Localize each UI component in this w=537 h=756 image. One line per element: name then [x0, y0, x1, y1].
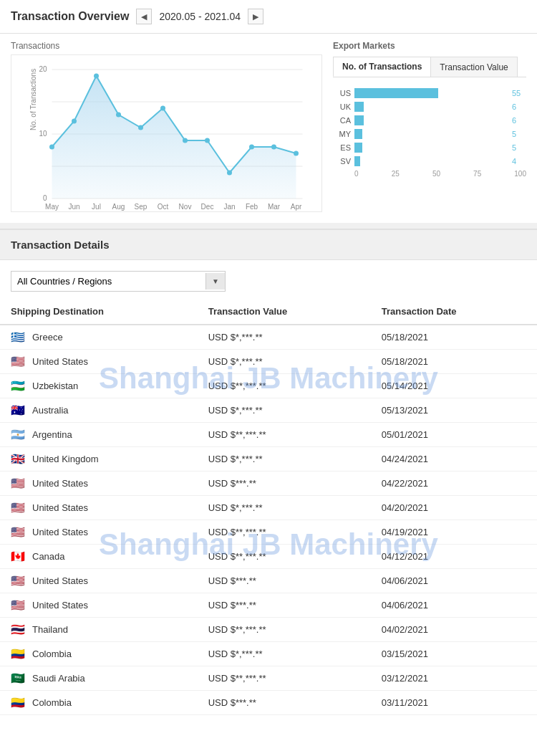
- bar-axis: 0255075100: [333, 170, 526, 178]
- country-flag: 🇬🇧: [11, 454, 26, 464]
- destination-cell: 🇸🇦Saudi Arabia: [0, 666, 198, 691]
- value-cell: USD $*,***.**: [198, 447, 371, 472]
- date-cell: 03/15/2021: [371, 642, 537, 666]
- date-cell: 04/12/2021: [371, 545, 537, 569]
- filter-row: All Countries / Regions ▼: [0, 260, 537, 299]
- next-period-button[interactable]: ▶: [248, 9, 263, 24]
- value-cell: USD $**,***.**: [198, 618, 371, 642]
- country-select[interactable]: All Countries / Regions: [11, 272, 205, 291]
- svg-text:Feb: Feb: [246, 203, 258, 211]
- svg-marker-9: [52, 76, 296, 198]
- table-row: 🇺🇸United StatesUSD $***.**04/06/2021: [0, 593, 537, 618]
- svg-text:Sep: Sep: [135, 203, 147, 211]
- bar-row: US55: [333, 88, 526, 98]
- date-cell: 05/01/2021: [371, 423, 537, 447]
- bar-value-label: 5: [512, 130, 526, 138]
- country-flag: 🇺🇸: [11, 356, 26, 367]
- value-cell: USD $**,***.**: [198, 545, 371, 569]
- svg-point-15: [160, 106, 165, 111]
- table-row: 🇬🇷GreeceUSD $*,***.**05/18/2021: [0, 325, 537, 350]
- value-cell: USD $*,***.**: [198, 496, 371, 520]
- country-flag: 🇸🇦: [11, 673, 26, 684]
- svg-text:No. of Transactions: No. of Transactions: [29, 69, 37, 130]
- table-header: Shipping Destination Transaction Value T…: [0, 299, 537, 325]
- date-cell: 04/06/2021: [371, 569, 537, 593]
- col-date: Transaction Date: [371, 299, 537, 325]
- svg-text:Nov: Nov: [179, 203, 192, 211]
- destination-cell: 🇺🇸United States: [0, 593, 198, 618]
- country-name: United States: [32, 527, 88, 537]
- svg-text:20: 20: [39, 65, 47, 73]
- destination-cell: 🇦🇷Argentina: [0, 423, 198, 447]
- svg-point-11: [72, 119, 77, 124]
- date-cell: 04/24/2021: [371, 447, 537, 472]
- date-cell: 05/18/2021: [371, 350, 537, 374]
- value-cell: USD $*,***.**: [198, 325, 371, 350]
- destination-cell: 🇺🇸United States: [0, 350, 198, 374]
- country-filter-dropdown[interactable]: All Countries / Regions ▼: [11, 271, 226, 292]
- country-flag: 🇺🇸: [11, 600, 26, 611]
- country-flag: 🇺🇸: [11, 527, 26, 537]
- table-row: 🇸🇦Saudi ArabiaUSD $**,***.**03/12/2021: [0, 666, 537, 691]
- country-name: United States: [32, 575, 88, 586]
- country-flag: 🇺🇸: [11, 575, 26, 586]
- svg-point-10: [49, 145, 54, 150]
- value-cell: USD $***.**: [198, 691, 371, 715]
- value-cell: USD $**,***.**: [198, 520, 371, 545]
- date-cell: 05/14/2021: [371, 374, 537, 398]
- table-row: 🇹🇭ThailandUSD $**,***.**04/02/2021: [0, 618, 537, 642]
- country-flag: 🇺🇿: [11, 381, 26, 391]
- bar-background: [354, 102, 506, 112]
- country-name: Colombia: [32, 697, 72, 708]
- bar-background: [354, 156, 506, 166]
- svg-text:Jun: Jun: [68, 203, 79, 211]
- date-cell: 03/11/2021: [371, 691, 537, 715]
- bar-country-label: US: [333, 89, 351, 97]
- bar-country-label: ES: [333, 143, 351, 152]
- bar-fill: [354, 156, 360, 166]
- svg-text:Aug: Aug: [112, 203, 125, 211]
- country-name: Canada: [32, 551, 65, 562]
- value-cell: USD $***.**: [198, 472, 371, 496]
- value-cell: USD $***.**: [198, 569, 371, 593]
- bar-fill: [354, 129, 362, 139]
- bar-fill: [354, 115, 364, 125]
- date-range: 2020.05 - 2021.04: [159, 11, 241, 22]
- bar-value-label: 6: [512, 116, 526, 125]
- country-name: United States: [32, 600, 88, 611]
- bar-axis-label: 100: [514, 170, 526, 178]
- svg-text:May: May: [45, 203, 59, 211]
- country-flag: 🇨🇦: [11, 551, 26, 562]
- prev-period-button[interactable]: ◀: [136, 9, 152, 24]
- country-flag: 🇦🇺: [11, 405, 26, 416]
- value-cell: USD $**,***.**: [198, 423, 371, 447]
- destination-cell: 🇺🇸United States: [0, 569, 198, 593]
- country-name: Australia: [32, 405, 69, 416]
- table-row: 🇬🇧United KingdomUSD $*,***.**04/24/2021: [0, 447, 537, 472]
- dropdown-arrow-icon: ▼: [205, 273, 225, 290]
- bar-axis-label: 75: [473, 170, 481, 178]
- table-row: 🇺🇸United StatesUSD $*,***.**04/20/2021: [0, 496, 537, 520]
- date-cell: 04/19/2021: [371, 520, 537, 545]
- bar-axis-label: 25: [392, 170, 400, 178]
- date-cell: 04/22/2021: [371, 472, 537, 496]
- export-markets-tabs: No. of Transactions Transaction Value: [333, 57, 526, 77]
- value-cell: USD $**,***.**: [198, 374, 371, 398]
- tab-value[interactable]: Transaction Value: [430, 57, 517, 77]
- table-row: 🇨🇴ColombiaUSD $***.**03/11/2021: [0, 691, 537, 715]
- svg-point-21: [294, 151, 299, 156]
- svg-point-12: [94, 74, 99, 79]
- svg-text:Dec: Dec: [201, 203, 214, 211]
- date-cell: 05/13/2021: [371, 398, 537, 423]
- country-name: Argentina: [32, 429, 72, 440]
- bar-fill: [354, 88, 438, 98]
- transactions-label: Transactions: [11, 41, 322, 51]
- tab-transactions[interactable]: No. of Transactions: [333, 57, 431, 77]
- section-divider: [0, 223, 537, 229]
- bar-row: UK6: [333, 102, 526, 112]
- col-destination: Shipping Destination: [0, 299, 198, 325]
- destination-cell: 🇺🇸United States: [0, 472, 198, 496]
- table-row: 🇨🇦CanadaUSD $**,***.**04/12/2021: [0, 545, 537, 569]
- date-cell: 05/18/2021: [371, 325, 537, 350]
- bar-background: [354, 129, 506, 139]
